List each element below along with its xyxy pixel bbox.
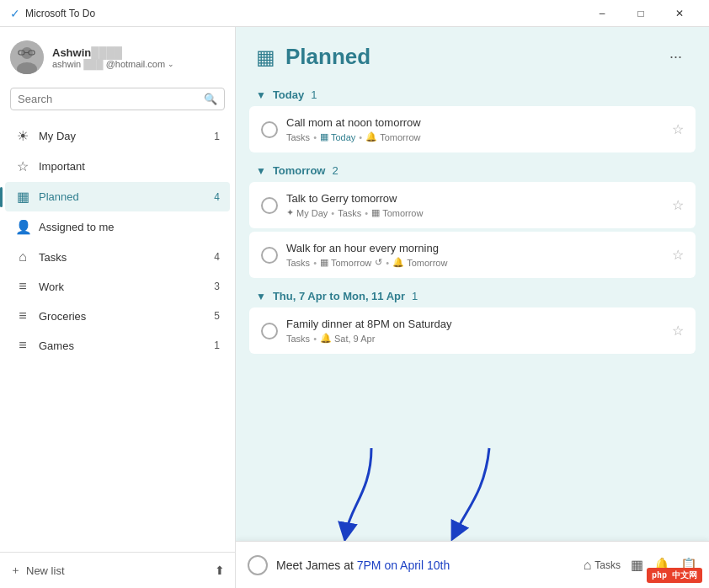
calendar-icon: ▦: [320, 257, 328, 268]
task-title: Talk to Gerry tomorrow: [286, 192, 664, 205]
calendar-icon: ▦: [631, 557, 643, 573]
list-icon: ≡: [15, 308, 30, 323]
star-icon: ☆: [15, 158, 30, 174]
export-icon[interactable]: ⬆: [215, 564, 225, 577]
user-email: ashwin███@hotmail.com ⌄: [52, 59, 225, 69]
bottom-task-text: Meet James at 7PM on April 10th: [276, 559, 575, 572]
main-header: ▦ Planned ···: [236, 27, 709, 80]
minimize-button[interactable]: –: [583, 0, 621, 27]
task-star-button[interactable]: ☆: [672, 121, 684, 137]
task-star-button[interactable]: ☆: [672, 323, 684, 339]
sidebar-item-label: My Day: [39, 130, 205, 142]
main-layout: Ashwin████ ashwin███@hotmail.com ⌄ 🔍 ☀ M…: [0, 27, 709, 588]
sidebar-item-count: 1: [214, 339, 220, 351]
task-complete-circle[interactable]: [261, 197, 278, 214]
task-meta-list: Tasks: [338, 208, 361, 218]
sidebar-footer: ＋ New list ⬆: [0, 552, 235, 588]
new-list-label: New list: [26, 564, 65, 577]
task-meta: ✦ My Day • Tasks • ▦ Tomorrow: [286, 207, 664, 218]
task-meta-calendar: ▦ Tomorrow: [320, 257, 371, 268]
new-list-button[interactable]: ＋ New list: [10, 563, 65, 578]
planned-icon: ▦: [15, 189, 30, 205]
calendar-action[interactable]: ▦: [631, 557, 643, 573]
sidebar-item-work[interactable]: ≡ Work 3: [5, 272, 230, 301]
task-item[interactable]: Walk for an hour every morning Tasks • ▦…: [249, 232, 696, 278]
calendar-icon: ▦: [320, 131, 328, 142]
sidebar-item-tasks[interactable]: ⌂ Tasks 4: [5, 243, 230, 271]
task-meta: Tasks • ▦ Tomorrow ↺ • 🔔 Tomorrow: [286, 257, 664, 268]
section-today-header[interactable]: ▼ Today 1: [249, 80, 696, 106]
chevron-down-icon: ▼: [256, 291, 266, 302]
task-body: Family dinner at 8PM on Saturday Tasks •…: [286, 318, 664, 344]
task-star-button[interactable]: ☆: [672, 197, 684, 213]
sidebar: Ashwin████ ashwin███@hotmail.com ⌄ 🔍 ☀ M…: [0, 27, 236, 588]
section-tomorrow-header[interactable]: ▼ Tomorrow 2: [249, 156, 696, 182]
task-star-button[interactable]: ☆: [672, 247, 684, 263]
user-section[interactable]: Ashwin████ ashwin███@hotmail.com ⌄: [0, 27, 235, 84]
bell-icon: 🔔: [392, 257, 404, 268]
sidebar-item-label: Tasks: [39, 251, 205, 264]
task-complete-circle[interactable]: [261, 323, 278, 339]
close-button[interactable]: ✕: [660, 0, 699, 27]
maximize-button[interactable]: □: [621, 0, 660, 27]
bottom-task-bar[interactable]: Meet James at 7PM on April 10th ⌂ Tasks …: [236, 541, 709, 588]
bell-icon: 🔔: [365, 131, 377, 142]
search-input[interactable]: [18, 93, 199, 105]
task-title: Walk for an hour every morning: [286, 242, 664, 254]
task-meta-reminder: 🔔 Tomorrow: [392, 257, 447, 268]
title-bar: ✓ Microsoft To Do – □ ✕: [0, 0, 709, 27]
task-meta-repeat: ↺: [375, 257, 382, 268]
person-icon: 👤: [15, 219, 30, 235]
app-icon: ✓: [10, 7, 20, 20]
calendar-icon: ▦: [371, 207, 380, 218]
sidebar-item-label: Work: [39, 281, 205, 293]
sun-icon: ☀: [15, 128, 30, 144]
email-dropdown-icon: ⌄: [168, 60, 174, 68]
sidebar-item-assigned[interactable]: 👤 Assigned to me: [5, 212, 230, 242]
sidebar-item-planned[interactable]: ▦ Planned 4: [5, 182, 230, 211]
search-container: 🔍: [0, 84, 235, 117]
sidebar-item-label: Important: [39, 160, 211, 173]
sidebar-item-label: Games: [39, 339, 205, 352]
task-item[interactable]: Call mom at noon tomorrow Tasks • ▦ Toda…: [249, 106, 696, 152]
section-count: 1: [311, 88, 317, 101]
sidebar-item-label: Groceries: [39, 310, 205, 323]
task-body: Call mom at noon tomorrow Tasks • ▦ Toda…: [286, 116, 664, 142]
page-title: Planned: [285, 44, 370, 70]
user-info: Ashwin████ ashwin███@hotmail.com ⌄: [52, 46, 225, 69]
task-highlight: 7PM on April 10th: [357, 559, 450, 572]
home-icon: ⌂: [584, 558, 592, 573]
sidebar-item-games[interactable]: ≡ Games 1: [5, 331, 230, 360]
planned-header-icon: ▦: [256, 45, 275, 69]
sidebar-item-count: 4: [214, 191, 220, 203]
task-list-action[interactable]: ⌂ Tasks: [584, 558, 621, 573]
task-body: Walk for an hour every morning Tasks • ▦…: [286, 242, 664, 268]
sidebar-item-count: 5: [214, 310, 220, 322]
task-meta-list: Tasks: [286, 334, 310, 344]
search-box[interactable]: 🔍: [10, 88, 225, 110]
task-complete-circle[interactable]: [248, 555, 268, 575]
task-complete-circle[interactable]: [261, 247, 278, 264]
bell-icon: 🔔: [320, 333, 332, 344]
sidebar-item-label: Assigned to me: [39, 221, 211, 233]
task-meta-today: ▦ Today: [320, 131, 355, 142]
more-options-button[interactable]: ···: [663, 45, 689, 69]
list-icon: ≡: [15, 279, 30, 294]
sidebar-item-my-day[interactable]: ☀ My Day 1: [5, 121, 230, 151]
main-content: ▦ Planned ··· ▼ Today 1 Call mom at noon…: [236, 27, 709, 588]
task-scroll: ▼ Today 1 Call mom at noon tomorrow Task…: [236, 80, 709, 588]
sidebar-item-important[interactable]: ☆ Important: [5, 152, 230, 181]
sidebar-item-groceries[interactable]: ≡ Groceries 5: [5, 302, 230, 330]
section-thumon-header[interactable]: ▼ Thu, 7 Apr to Mon, 11 Apr 1: [249, 281, 696, 307]
task-item[interactable]: Talk to Gerry tomorrow ✦ My Day • Tasks …: [249, 182, 696, 228]
task-prefix: Meet James at: [276, 559, 357, 572]
window-controls: – □ ✕: [583, 0, 699, 27]
task-meta-list: Tasks: [286, 258, 310, 268]
task-title: Call mom at noon tomorrow: [286, 116, 664, 129]
sidebar-item-count: 4: [214, 251, 220, 263]
task-item[interactable]: Family dinner at 8PM on Saturday Tasks •…: [249, 307, 696, 354]
task-complete-circle[interactable]: [261, 121, 278, 138]
section-title: Today: [273, 88, 304, 101]
sidebar-item-count: 3: [214, 281, 220, 292]
plus-icon: ＋: [10, 563, 21, 578]
